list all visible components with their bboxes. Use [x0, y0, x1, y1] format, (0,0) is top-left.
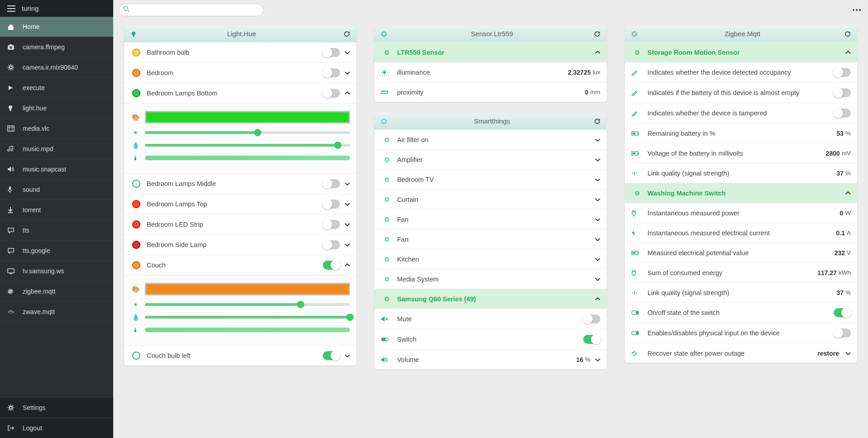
toggle-switch[interactable] [834, 328, 851, 338]
chevron-down-icon[interactable] [345, 71, 350, 75]
sidebar-item-label: sound [23, 186, 40, 193]
chevron-up-icon[interactable] [845, 51, 851, 54]
color-swatch[interactable] [145, 283, 350, 295]
sidebar-item-settings[interactable]: Settings [0, 397, 113, 418]
slider[interactable] [145, 131, 350, 134]
sidebar-item-media-vlc[interactable]: media.vlc [0, 119, 113, 139]
smartthings-row[interactable]: ⚙Kitchen [374, 249, 607, 269]
chevron-down-icon[interactable] [595, 158, 600, 162]
light-row: Couch [124, 255, 356, 275]
chevron-up-icon[interactable] [345, 91, 350, 95]
home-icon [7, 23, 17, 30]
toggle-switch[interactable] [323, 48, 340, 57]
sidebar-item-zigbee-mqtt[interactable]: zigbee.mqtt [0, 281, 113, 302]
toggle-switch[interactable] [834, 68, 851, 77]
slider[interactable] [145, 303, 350, 306]
smartthings-row[interactable]: ⚙Air filter on [374, 129, 607, 149]
sidebar-item-tts[interactable]: tts [0, 220, 113, 241]
chevron-down-icon[interactable] [595, 178, 600, 181]
svg-rect-29 [638, 152, 639, 154]
chevron-down-icon[interactable] [595, 218, 600, 221]
toggle-switch[interactable] [323, 200, 340, 209]
chevron-down-icon[interactable] [345, 243, 350, 247]
sidebar-item-light-hue[interactable]: light.hue [0, 98, 113, 119]
chevron-down-icon[interactable] [595, 198, 600, 201]
smartthings-row[interactable]: ⚙Media System [374, 269, 607, 289]
palette-icon: 🎨 [130, 114, 140, 121]
toggle-switch[interactable] [323, 261, 340, 270]
zigbee-row: Indicates if the battery of this device … [625, 82, 857, 103]
sidebar-item-execute[interactable]: execute [0, 78, 113, 98]
chevron-down-icon[interactable] [595, 358, 600, 362]
search-input[interactable] [119, 4, 264, 16]
signal-icon [631, 290, 643, 296]
chevron-down-icon[interactable] [345, 354, 350, 357]
sidebar-item-music-mpd[interactable]: music.mpd [0, 139, 113, 159]
sidebar-item-tv-samsung-ws[interactable]: tv.samsung.ws [0, 261, 113, 281]
slider[interactable] [145, 316, 350, 319]
chevron-down-icon[interactable] [595, 138, 600, 142]
slider[interactable] [145, 144, 350, 147]
chevron-up-icon[interactable] [595, 51, 600, 54]
refresh-icon[interactable] [594, 31, 600, 37]
sidebar-item-logout[interactable]: Logout [0, 418, 113, 438]
chevron-down-icon[interactable] [595, 277, 600, 281]
sidebar-item-label: media.vlc [23, 125, 49, 132]
toggle-switch[interactable] [323, 179, 340, 188]
chevron-up-icon[interactable] [595, 297, 600, 301]
sidebar-item-tts-google[interactable]: tts.google [0, 241, 113, 261]
sidebar-item-zwave-mqtt[interactable]: zwave.mqtt [0, 302, 113, 322]
battery-icon [631, 131, 643, 136]
refresh-icon[interactable] [344, 31, 350, 37]
smartthings-row[interactable]: ⚙Curtain [374, 189, 607, 209]
sidebar-item-music-snapcast[interactable]: music.snapcast [0, 159, 113, 180]
sensor-section[interactable]: ⚙ LTR559 Sensor [374, 42, 607, 62]
chevron-up-icon[interactable] [845, 191, 851, 195]
toggle-switch[interactable] [834, 308, 851, 317]
toggle-switch[interactable] [583, 335, 600, 344]
menu-icon[interactable] [7, 5, 15, 12]
chevron-down-icon[interactable] [345, 223, 350, 226]
toggle-switch[interactable] [834, 88, 851, 97]
toggle-switch[interactable] [834, 109, 851, 118]
sidebar-item-camera-ir-mlx90640[interactable]: camera.ir.mlx90640 [0, 57, 113, 78]
gear-icon: ⚙ [381, 236, 393, 243]
refresh-icon[interactable] [594, 118, 600, 124]
sidebar-item-sound[interactable]: sound [0, 180, 113, 200]
toggle-switch[interactable] [323, 89, 340, 98]
toggle-switch[interactable] [323, 240, 340, 249]
chevron-up-icon[interactable] [345, 263, 350, 267]
slider[interactable] [145, 156, 350, 160]
sidebar-item-torrent[interactable]: torrent [0, 200, 113, 220]
zigbee-section[interactable]: ⚙Washing Machine Switch [625, 183, 857, 203]
smartthings-row[interactable]: ⚙Amplifier [374, 149, 607, 169]
smartthings-row[interactable]: ⚙Bedroom TV [374, 169, 607, 189]
toggle-switch[interactable] [323, 351, 340, 360]
color-swatch[interactable] [145, 111, 350, 124]
chevron-down-icon[interactable] [345, 202, 350, 206]
mic-icon [7, 186, 17, 193]
sidebar-item-label: torrent [23, 206, 41, 214]
dropdown-value[interactable]: restore [818, 350, 839, 357]
chevron-down-icon[interactable] [345, 182, 350, 186]
toggle-switch[interactable] [323, 68, 340, 77]
samsung-section[interactable]: ⚙Samsung Q60 Series (49) [374, 289, 607, 309]
smartthings-row[interactable]: ⚙Fan [374, 209, 607, 229]
sensor-row: illuminance2.32725lux [374, 62, 607, 82]
chevron-down-icon[interactable] [595, 257, 600, 261]
refresh-icon[interactable] [844, 31, 851, 37]
sidebar-item-camera-ffmpeg[interactable]: camera.ffmpeg [0, 37, 113, 57]
toggle-switch[interactable] [323, 220, 340, 229]
chat-icon [7, 248, 17, 254]
chevron-down-icon[interactable] [345, 51, 350, 54]
panel-zigbee: Zigbee.Mqtt ⚙Storage Room Motion SensorI… [625, 25, 857, 363]
more-menu-icon[interactable] [851, 7, 863, 13]
smartthings-row[interactable]: ⚙Fan [374, 229, 607, 249]
toggle-switch[interactable] [583, 314, 600, 324]
chevron-down-icon[interactable] [845, 352, 851, 355]
zigbee-section[interactable]: ⚙Storage Room Motion Sensor [625, 42, 857, 62]
slider[interactable] [145, 328, 350, 332]
chevron-down-icon[interactable] [595, 238, 600, 241]
bulb-icon [130, 200, 142, 208]
sidebar-item-Home[interactable]: Home [0, 17, 113, 37]
